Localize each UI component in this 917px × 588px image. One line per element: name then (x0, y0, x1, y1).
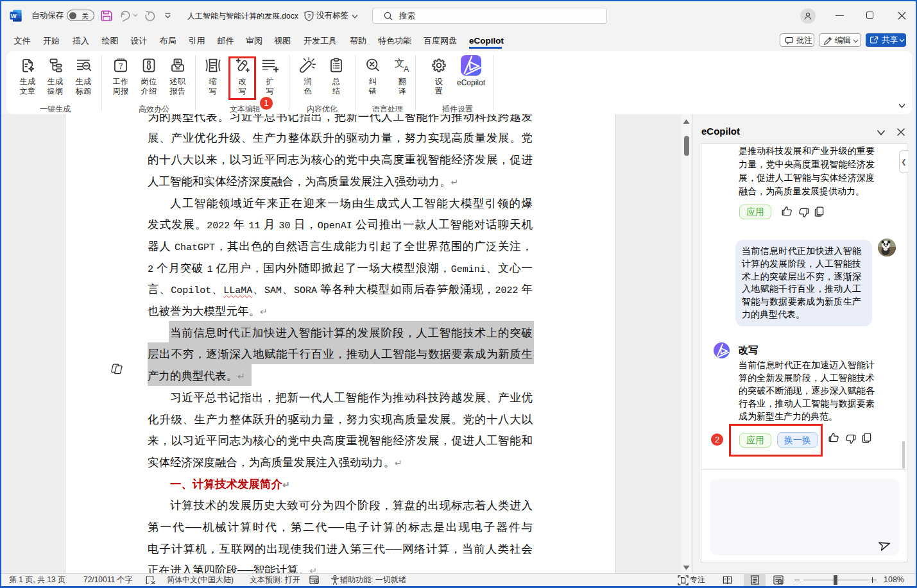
svg-text:7: 7 (119, 62, 123, 71)
svg-text:A: A (404, 65, 409, 74)
svg-text:?: ? (307, 13, 311, 19)
svg-text:W: W (11, 12, 17, 19)
